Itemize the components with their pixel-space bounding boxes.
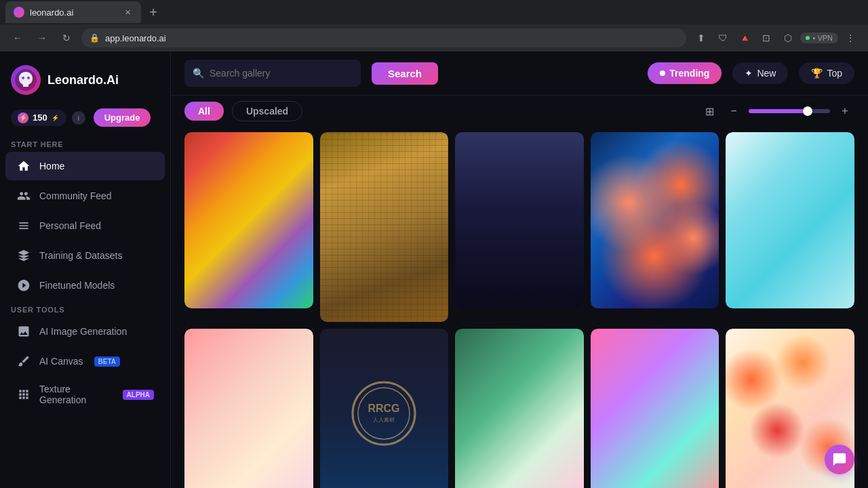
grid-view-button[interactable]: ⊞ [700,102,719,121]
search-button[interactable]: Search [372,62,438,85]
extensions-icon[interactable]: ⬡ [778,28,797,47]
new-tab-button[interactable]: + [144,3,163,22]
card-action-magic[interactable]: # [235,334,256,356]
card-action-expand[interactable]: ⤢ [827,138,849,159]
card-action-magic[interactable]: # [505,138,527,159]
shield-icon[interactable]: 🛡 [713,28,732,47]
sidebar-item-label: Finetuned Models [39,280,115,291]
credits-info-button[interactable]: i [72,111,85,125]
home-icon [16,159,31,174]
image-card-1[interactable]: # ✎ ⤢ [184,132,313,308]
card-action-magic[interactable]: # [640,138,662,159]
card-action-edit[interactable]: ✎ [666,138,688,159]
tab-close-button[interactable]: ✕ [122,7,133,18]
refresh-button[interactable]: ↻ [57,28,76,47]
card-action-edit[interactable]: ✎ [260,138,282,159]
filter-bar: All Upscaled ⊞ − + [171,96,868,127]
filter-all-button[interactable]: All [184,102,224,121]
card-action-magic[interactable]: # [505,334,527,356]
sidebar-item-personal-feed[interactable]: Personal Feed [5,211,165,240]
card-action-expand[interactable]: ⤢ [827,334,849,356]
credits-count: 150 [33,113,47,123]
card-action-expand[interactable]: ⤢ [557,334,578,356]
new-label: New [757,68,776,79]
section-user-tools-label: User Tools [0,300,170,317]
credits-lightning: ⚡ [52,114,60,122]
search-input[interactable] [210,68,353,79]
texture-alpha-badge: ALPHA [123,390,154,400]
alert-icon[interactable]: 🔺 [735,28,754,47]
card-action-edit[interactable]: ✎ [666,334,688,356]
address-bar[interactable]: 🔒 app.leonardo.ai [81,28,686,47]
trending-label: Trending [669,68,709,79]
app-container: Leonardo.Ai ⚡ 150 ⚡ i Upgrade Start Here… [0,52,868,488]
menu-icon[interactable]: ⋮ [841,28,860,47]
card-action-edit[interactable]: ✎ [395,334,417,356]
image-card-2[interactable]: # ✎ ⤢ [320,132,449,322]
sidebar-item-finetuned[interactable]: Finetuned Models [5,271,165,300]
image-grid: # ✎ ⤢ # ✎ ⤢ [184,132,854,488]
finetuned-icon [16,278,31,293]
zoom-slider[interactable] [749,109,830,113]
zoom-thumb [803,106,812,116]
card-action-edit[interactable]: ✎ [531,138,553,159]
vpn-badge[interactable]: • VPN [800,33,838,43]
card-action-edit[interactable]: ✎ [260,334,282,356]
sidebar-item-training[interactable]: Training & Datasets [5,241,165,270]
image-card-5[interactable]: # ✎ ⤢ [726,132,854,308]
image-card-7[interactable]: ✎ ⤢ RRCG 人人素材 [320,329,449,488]
sidebar-item-ai-image[interactable]: AI Image Generation [5,317,165,346]
card-action-magic[interactable]: # [776,334,797,356]
sidebar-item-label: Personal Feed [39,220,101,231]
reader-mode-icon[interactable]: ⊡ [757,28,776,47]
sidebar-item-label: Community Feed [39,190,112,201]
image-card-6[interactable]: # ✎ ⤢ [184,329,313,488]
search-container[interactable]: 🔍 [184,60,361,87]
sidebar-item-ai-canvas[interactable]: AI Canvas BETA [5,347,165,375]
sidebar-item-label: AI Image Generation [39,326,127,337]
forward-button[interactable]: → [33,28,52,47]
zoom-in-button[interactable]: + [835,102,854,121]
card-action-magic[interactable]: # [640,334,662,356]
new-button[interactable]: ✦ New [732,62,788,84]
card-action-expand[interactable]: ⤢ [286,138,308,159]
trending-button[interactable]: Trending [648,62,722,84]
card-action-edit[interactable]: ✎ [531,334,553,356]
card-action-expand[interactable]: ⤢ [421,138,443,159]
sparkle-icon: ✦ [745,68,753,79]
share-icon[interactable]: ⬆ [692,28,711,47]
logo-text: Leonardo.Ai [47,73,119,87]
card-action-magic[interactable]: # [235,138,256,159]
card-action-expand[interactable]: ⤢ [692,334,713,356]
card-action-expand[interactable]: ⤢ [286,334,308,356]
image-card-9[interactable]: # ✎ ⤢ [591,329,719,488]
image-card-4[interactable]: # ✎ ⤢ [591,132,719,308]
card-action-expand[interactable]: ⤢ [421,334,443,356]
image-grid-container: # ✎ ⤢ # ✎ ⤢ [171,127,868,488]
sidebar-item-label: AI Canvas [39,356,83,367]
back-button[interactable]: ← [8,28,27,47]
tab-favicon [14,7,24,18]
card-action-expand[interactable]: ⤢ [557,138,578,159]
zoom-out-button[interactable]: − [724,102,743,121]
logo-icon [14,68,38,92]
sidebar-item-home[interactable]: Home [5,152,165,180]
sidebar-item-community-feed[interactable]: Community Feed [5,182,165,210]
chat-bubble-button[interactable] [825,445,854,474]
upgrade-button[interactable]: Upgrade [94,108,151,127]
top-button[interactable]: 🏆 Top [799,62,854,84]
card-action-magic[interactable]: # [370,138,391,159]
card-action-magic[interactable]: # [776,138,797,159]
sidebar-item-label: Home [39,161,64,171]
card-action-expand[interactable]: ⤢ [692,138,713,159]
credits-icon: ⚡ [18,113,28,123]
image-card-3[interactable]: # ✎ ⤢ [455,132,584,308]
image-card-8[interactable]: # ✎ ⤢ [455,329,584,488]
sidebar-logo: Leonardo.Ai [0,60,170,106]
sidebar-item-texture[interactable]: Texture Generation ALPHA [5,377,165,412]
filter-upscaled-button[interactable]: Upscaled [232,101,302,121]
card-action-edit[interactable]: ✎ [395,138,417,159]
active-tab[interactable]: leonardo.ai ✕ [5,1,141,23]
card-action-edit[interactable]: ✎ [802,334,823,356]
card-action-edit[interactable]: ✎ [802,138,823,159]
